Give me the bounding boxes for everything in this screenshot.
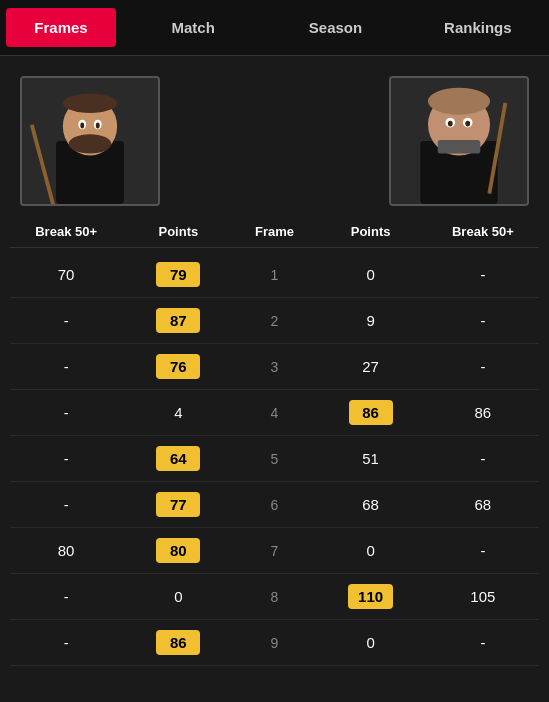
- svg-point-17: [448, 121, 453, 127]
- table-row: - 0 8 110 105: [10, 574, 539, 620]
- p1-break-cell: -: [10, 496, 122, 513]
- p2-break-cell: -: [427, 542, 539, 559]
- p1-points-cell: 79: [122, 262, 234, 287]
- players-row: [0, 56, 549, 216]
- p1-break-cell: -: [10, 588, 122, 605]
- svg-point-6: [80, 123, 84, 129]
- frame-number-cell: 8: [235, 589, 315, 605]
- p1-points-cell: 0: [122, 588, 234, 605]
- frame-number-cell: 5: [235, 451, 315, 467]
- p2-points-cell: 110: [315, 584, 427, 609]
- p2-break-cell: 86: [427, 404, 539, 421]
- p1-points-cell: 80: [122, 538, 234, 563]
- table-row: - 64 5 51 -: [10, 436, 539, 482]
- header-frame: Frame: [235, 224, 315, 239]
- p2-break-cell: -: [427, 266, 539, 283]
- tab-rankings[interactable]: Rankings: [407, 0, 549, 55]
- p1-break-cell: 80: [10, 542, 122, 559]
- svg-point-8: [69, 134, 112, 153]
- frame-number-cell: 6: [235, 497, 315, 513]
- p2-points-cell: 9: [315, 312, 427, 329]
- header-p1-points: Points: [122, 224, 234, 239]
- p2-break-cell: -: [427, 450, 539, 467]
- frame-number-cell: 1: [235, 267, 315, 283]
- p1-points-cell: 87: [122, 308, 234, 333]
- p2-break-cell: -: [427, 634, 539, 651]
- p2-break-cell: 68: [427, 496, 539, 513]
- p2-break-cell: 105: [427, 588, 539, 605]
- stats-table: Break 50+ Points Frame Points Break 50+ …: [0, 216, 549, 666]
- p1-break-cell: -: [10, 404, 122, 421]
- header-p1-break: Break 50+: [10, 224, 122, 239]
- table-header: Break 50+ Points Frame Points Break 50+: [10, 216, 539, 248]
- p2-points-cell: 51: [315, 450, 427, 467]
- svg-point-3: [63, 94, 117, 113]
- tab-match[interactable]: Match: [122, 0, 264, 55]
- frame-number-cell: 9: [235, 635, 315, 651]
- p1-points-cell: 4: [122, 404, 234, 421]
- frame-number-cell: 7: [235, 543, 315, 559]
- player1-photo: [20, 76, 160, 206]
- table-row: - 86 9 0 -: [10, 620, 539, 666]
- p1-points-cell: 76: [122, 354, 234, 379]
- frame-number-cell: 3: [235, 359, 315, 375]
- p1-points-cell: 86: [122, 630, 234, 655]
- p1-break-cell: 70: [10, 266, 122, 283]
- p2-points-cell: 0: [315, 634, 427, 651]
- p1-points-cell: 77: [122, 492, 234, 517]
- table-row: - 87 2 9 -: [10, 298, 539, 344]
- p2-points-cell: 68: [315, 496, 427, 513]
- tab-season[interactable]: Season: [264, 0, 406, 55]
- header-p2-points: Points: [315, 224, 427, 239]
- nav-tabs: Frames Match Season Rankings: [0, 0, 549, 56]
- p2-break-cell: -: [427, 312, 539, 329]
- player2-photo: [389, 76, 529, 206]
- p2-points-cell: 0: [315, 542, 427, 559]
- table-rows: 70 79 1 0 - - 87 2 9 - -: [10, 252, 539, 666]
- p2-points-cell: 27: [315, 358, 427, 375]
- p1-break-cell: -: [10, 358, 122, 375]
- table-row: - 4 4 86 86: [10, 390, 539, 436]
- p1-points-cell: 64: [122, 446, 234, 471]
- table-row: 80 80 7 0 -: [10, 528, 539, 574]
- p2-points-cell: 86: [315, 400, 427, 425]
- svg-point-7: [96, 123, 100, 129]
- frame-number-cell: 2: [235, 313, 315, 329]
- p1-break-cell: -: [10, 312, 122, 329]
- p1-break-cell: -: [10, 634, 122, 651]
- frame-number-cell: 4: [235, 405, 315, 421]
- table-row: 70 79 1 0 -: [10, 252, 539, 298]
- svg-rect-14: [438, 140, 481, 154]
- tab-frames[interactable]: Frames: [6, 8, 116, 47]
- header-p2-break: Break 50+: [427, 224, 539, 239]
- p2-points-cell: 0: [315, 266, 427, 283]
- svg-point-13: [428, 88, 490, 115]
- table-row: - 77 6 68 68: [10, 482, 539, 528]
- table-row: - 76 3 27 -: [10, 344, 539, 390]
- p1-break-cell: -: [10, 450, 122, 467]
- svg-point-18: [465, 121, 470, 127]
- p2-break-cell: -: [427, 358, 539, 375]
